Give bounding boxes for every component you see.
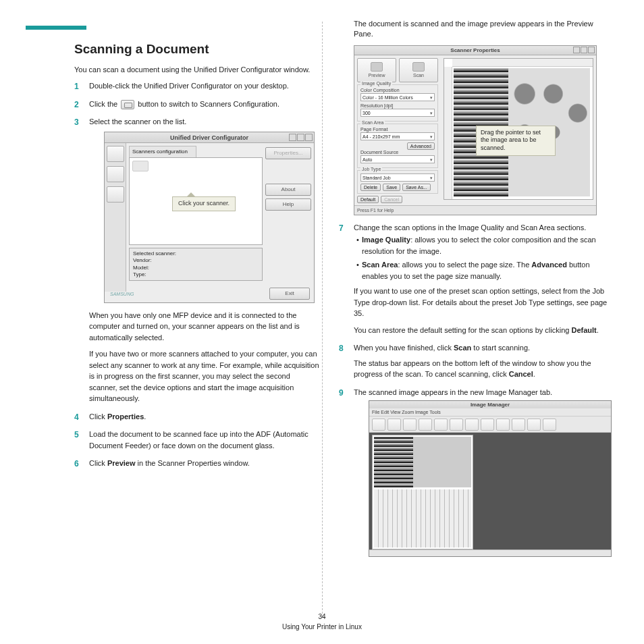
exit-button[interactable]: Exit xyxy=(269,288,310,300)
list-panel: Scanners configuration Selected scanner:… xyxy=(129,146,263,289)
default-button[interactable]: Default xyxy=(357,196,379,203)
window-body: Scanners configuration Selected scanner:… xyxy=(105,143,314,292)
step-text: Load the document to be scanned face up … xyxy=(89,430,308,450)
options-pane: Preview Scan Image Quality Color Composi… xyxy=(354,55,441,203)
step-number: 8 xyxy=(339,342,344,354)
help-button[interactable]: Help xyxy=(265,198,311,211)
page-title: Scanning a Document xyxy=(74,42,320,57)
scanner-icon[interactable] xyxy=(107,166,124,182)
flip-icon[interactable] xyxy=(496,419,510,431)
step-number: 2 xyxy=(74,99,79,111)
steps-left: 1 Double-click the Unified Driver Config… xyxy=(74,80,320,469)
note-multi-scanner: If you have two or more scanners attache… xyxy=(89,348,320,404)
step-text: Double-click the Unified Driver Configur… xyxy=(89,82,289,90)
fax-icon[interactable] xyxy=(107,186,124,203)
step-number: 7 xyxy=(339,222,344,234)
ruler-horizontal xyxy=(452,59,593,67)
delete-button[interactable]: Delete xyxy=(360,184,381,191)
figure-image-manager: Image Manager File Edit View Zoom Image … xyxy=(369,400,612,557)
step-8: 8 When you have finished, click Scan to … xyxy=(339,342,612,380)
bullet-scan-area: Scan Area: allows you to select the page… xyxy=(356,259,612,281)
group-image-quality: Image Quality Color Composition Color - … xyxy=(357,84,438,122)
scan-button[interactable]: Scan xyxy=(399,58,438,82)
step-number: 6 xyxy=(74,458,79,470)
step-text: Change the scan options in the Image Qua… xyxy=(354,223,586,232)
step-text-b: button to switch to Scanners Configurati… xyxy=(138,100,279,108)
callout-click-scanner: Click your scanner. xyxy=(172,196,236,211)
save-icon[interactable] xyxy=(372,419,385,431)
step-text: The scanned image appears in the new Ima… xyxy=(354,388,552,396)
page-format-dropdown[interactable]: A4 - 210x297 mm xyxy=(360,132,435,140)
scroll-icon[interactable] xyxy=(419,419,432,431)
bold: Preview xyxy=(107,459,136,467)
button-column: Properties... About Help xyxy=(265,146,311,289)
ruler-vertical xyxy=(444,67,452,199)
effect-icon[interactable] xyxy=(527,419,541,431)
t: Click xyxy=(89,459,107,467)
column-divider xyxy=(322,22,323,617)
zoom-in-icon[interactable] xyxy=(465,419,479,431)
figure-unified-driver-configurator: Unified Driver Configurator Scanners con… xyxy=(104,132,315,303)
color-dropdown[interactable]: Color - 16 Million Colors xyxy=(360,93,435,101)
status-bar xyxy=(369,549,611,556)
window-controls xyxy=(289,134,313,141)
scanner-row[interactable] xyxy=(132,161,149,171)
t: Click xyxy=(89,412,107,421)
step-6: 6 Click Preview in the Scanner Propertie… xyxy=(74,458,320,469)
step-5: 5 Load the document to be scanned face u… xyxy=(74,429,320,451)
section-title: Using Your Printer in Linux xyxy=(0,622,644,632)
job-type-dropdown[interactable]: Standard Job xyxy=(360,173,435,182)
resolution-dropdown[interactable]: 300 xyxy=(360,109,435,117)
window-title: Unified Driver Configurator xyxy=(170,134,248,141)
step-7: 7 Change the scan options in the Image Q… xyxy=(339,222,612,336)
advanced-button[interactable]: Advanced xyxy=(407,142,435,150)
step-9: 9 The scanned image appears in the new I… xyxy=(339,387,612,558)
zoom-out-icon[interactable] xyxy=(450,419,463,431)
window-controls xyxy=(573,47,595,53)
note-single-mfp: When you have only one MFP device and it… xyxy=(89,310,320,344)
step-number: 4 xyxy=(74,411,79,423)
menu-bar[interactable]: File Edit View Zoom Image Tools xyxy=(369,408,611,417)
bullet-image-quality: Image Quality: allows you to select the … xyxy=(356,234,612,257)
t: in the Scanner Properties window. xyxy=(135,459,249,467)
window-titlebar: Image Manager xyxy=(369,401,611,408)
page-number: 34 xyxy=(0,612,644,622)
crop-icon[interactable] xyxy=(434,419,448,431)
about-button[interactable]: About xyxy=(265,184,311,196)
toolbar xyxy=(369,417,611,433)
note-default: You can restore the default setting for … xyxy=(354,325,612,336)
document-source-dropdown[interactable]: Auto xyxy=(360,155,435,163)
t: . xyxy=(144,412,146,421)
undo-icon[interactable] xyxy=(387,419,401,431)
figure-scanner-properties: Scanner Properties Preview Scan Image Qu… xyxy=(354,45,597,215)
properties-button[interactable]: Properties... xyxy=(265,147,311,159)
group-job-type: Job Type Standard Job Delete Save Save A… xyxy=(357,170,438,194)
step-4: 4 Click Properties. xyxy=(74,411,320,423)
bold: Properties xyxy=(107,412,144,421)
printer-icon[interactable] xyxy=(107,146,124,162)
note-job-type: If you want to use one of the preset sca… xyxy=(354,286,612,319)
info-header: Selected scanner: xyxy=(133,250,259,257)
right-column: The document is scanned and the image pr… xyxy=(333,19,624,602)
window-body: Preview Scan Image Quality Color Composi… xyxy=(354,55,596,203)
selected-scanner-info: Selected scanner: Vendor: Model: Type: xyxy=(129,248,263,281)
main-area: Scanners configuration Selected scanner:… xyxy=(126,143,314,292)
group-scan-area: Scan Area Page Format A4 - 210x297 mm Ad… xyxy=(357,124,438,168)
info-vendor: Vendor: xyxy=(133,257,259,264)
image-canvas[interactable] xyxy=(372,435,473,549)
properties-icon[interactable] xyxy=(543,419,556,431)
save-button[interactable]: Save xyxy=(383,184,400,191)
cancel-button[interactable]: Cancel xyxy=(381,196,402,203)
note-status-bar: The status bar appears on the bottom lef… xyxy=(354,358,612,380)
rotate-icon[interactable] xyxy=(512,419,525,431)
step-1: 1 Double-click the Unified Driver Config… xyxy=(74,80,320,92)
step-number: 5 xyxy=(74,429,79,441)
scale-icon[interactable] xyxy=(481,419,494,431)
step-text-a: Click the xyxy=(89,100,119,108)
steps-right: 7 Change the scan options in the Image Q… xyxy=(339,222,612,558)
redo-icon[interactable] xyxy=(403,419,417,431)
preview-button[interactable]: Preview xyxy=(357,58,396,82)
window-title: Scanner Properties xyxy=(450,47,500,53)
status-bar: Press F1 for Help xyxy=(354,205,596,215)
save-as-button[interactable]: Save As... xyxy=(402,184,431,191)
